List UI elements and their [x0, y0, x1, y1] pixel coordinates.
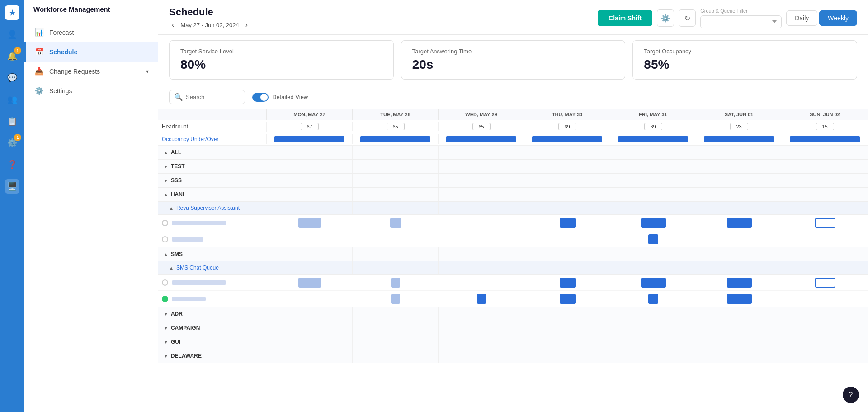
- notification-badge: 1: [14, 47, 21, 54]
- shift-cell-reva-1-mon: [267, 217, 353, 229]
- headcount-fri: 69: [610, 122, 696, 131]
- occupancy-bar-mon: [274, 136, 345, 142]
- help-button[interactable]: ?: [843, 387, 859, 403]
- subsection-sms-chat[interactable]: ▲ SMS Chat Queue: [158, 261, 868, 275]
- sidebar-item-label-settings: Settings: [49, 87, 72, 95]
- chevron-down-icon-campaign: ▼: [164, 326, 168, 331]
- headcount-sat-value: 23: [730, 123, 748, 130]
- agent-radio-reva-2[interactable]: [162, 236, 168, 242]
- agent-name-reva-2: [172, 237, 203, 242]
- search-box[interactable]: 🔍: [169, 90, 245, 104]
- toggle-switch[interactable]: [252, 93, 269, 102]
- occupancy-bar-sun: [790, 136, 860, 142]
- header-left: Schedule ‹ May 27 - Jun 02, 2024 ›: [169, 6, 250, 30]
- sidebar-item-forecast[interactable]: 📊 Forecast: [24, 23, 158, 42]
- search-icon: 🔍: [174, 93, 183, 101]
- headcount-row: Headcount 67 65 65 69 69 23 15: [158, 120, 868, 133]
- nav-icon-notifications[interactable]: 🔔 1: [5, 49, 19, 63]
- section-test[interactable]: ▼ TEST: [158, 160, 868, 174]
- filter-label: Group & Queue Filter: [700, 8, 782, 14]
- section-gui[interactable]: ▼ GUI: [158, 335, 868, 349]
- sidebar-item-label-forecast: Forecast: [49, 29, 74, 36]
- schedule-toolbar: 🔍 Detailed View: [158, 85, 868, 109]
- section-hani[interactable]: ▲ HANI: [158, 188, 868, 202]
- section-campaign[interactable]: ▼ CAMPAIGN: [158, 321, 868, 335]
- date-range: May 27 - Jun 02, 2024: [180, 22, 239, 28]
- shift-cell-reva-1-sun: [782, 217, 868, 229]
- sidebar-item-settings[interactable]: ⚙️ Settings: [24, 81, 158, 100]
- nav-icon-help[interactable]: ❓: [5, 157, 19, 172]
- agent-radio-sms-2[interactable]: [162, 296, 168, 302]
- shift-block: [560, 218, 576, 228]
- shift-block: [727, 218, 752, 228]
- prev-date-button[interactable]: ‹: [169, 20, 177, 30]
- nav-icon-settings[interactable]: ⚙️ 1: [5, 136, 19, 150]
- subsection-sms-chat-label: ▲ SMS Chat Queue: [158, 261, 267, 274]
- section-adr-label: ▼ ADR: [158, 307, 267, 321]
- section-all-label: ▲ ALL: [158, 146, 267, 159]
- kpi-occupancy: Target Occupancy 85%: [632, 40, 857, 80]
- occupancy-row: Occupancy Under/Over: [158, 133, 868, 146]
- section-adr[interactable]: ▼ ADR: [158, 307, 868, 321]
- section-sms[interactable]: ▲ SMS: [158, 247, 868, 261]
- kpi-service-level: Target Service Level 80%: [169, 40, 394, 80]
- nav-icon-monitor[interactable]: 🖥️: [5, 179, 19, 194]
- nav-icon-users[interactable]: 👥: [5, 92, 19, 107]
- main-header: Schedule ‹ May 27 - Jun 02, 2024 › Claim…: [158, 0, 868, 35]
- nav-icon-tasks[interactable]: 📋: [5, 114, 19, 128]
- section-delaware[interactable]: ▼ DELAWARE: [158, 349, 868, 363]
- nav-icon-profile[interactable]: 👤: [5, 27, 19, 42]
- change-requests-icon: 📥: [35, 67, 44, 76]
- occupancy-tue: [353, 134, 439, 144]
- occupancy-bar-tue: [360, 136, 431, 142]
- shift-cell-reva-1-thu: [524, 217, 610, 229]
- schedule-grid: MON, MAY 27 TUE, MAY 28 WED, MAY 29 THU,…: [158, 109, 868, 363]
- sidebar-item-schedule[interactable]: 📅 Schedule: [24, 42, 158, 62]
- settings-gear-button[interactable]: ⚙️: [657, 9, 674, 27]
- grid-header-sat: SAT, JUN 01: [696, 109, 782, 120]
- claim-shift-button[interactable]: Claim Shift: [598, 10, 652, 26]
- section-sss-label: ▼ SSS: [158, 174, 267, 187]
- occupancy-wed: [439, 134, 524, 144]
- weekly-view-button[interactable]: Weekly: [819, 10, 857, 26]
- section-hani-label: ▲ HANI: [158, 188, 267, 201]
- agent-row-sms-1: [158, 275, 868, 291]
- kpi-service-level-value: 80%: [180, 57, 206, 72]
- group-queue-filter[interactable]: [700, 15, 782, 28]
- kpi-occupancy-label: Target Occupancy: [644, 48, 691, 55]
- subsection-reva-text: Reva Supervisor Assistant: [176, 205, 240, 211]
- shift-block: [727, 294, 752, 304]
- schedule-area: 🔍 Detailed View MON, MAY 27 TUE, MAY 28 …: [158, 85, 868, 412]
- daily-view-button[interactable]: Daily: [786, 10, 817, 26]
- shift-block: [298, 278, 321, 288]
- agent-cell-reva-1: [158, 218, 267, 228]
- search-input[interactable]: [186, 94, 240, 100]
- chevron-down-icon-sss: ▼: [164, 178, 168, 183]
- headcount-wed-value: 65: [472, 123, 491, 130]
- grid-header-tue: TUE, MAY 28: [353, 109, 439, 120]
- nav-icon-chat[interactable]: 💬: [5, 71, 19, 85]
- detailed-view-toggle[interactable]: Detailed View: [252, 93, 308, 102]
- next-date-button[interactable]: ›: [243, 20, 250, 30]
- shift-cell-reva-1-wed: [439, 222, 524, 224]
- shift-cell-reva-1-fri: [610, 217, 696, 229]
- section-sss[interactable]: ▼ SSS: [158, 174, 868, 188]
- section-all[interactable]: ▲ ALL: [158, 146, 868, 160]
- schedule-icon: 📅: [35, 47, 44, 56]
- chevron-down-icon-delaware: ▼: [164, 354, 168, 359]
- kpi-answering-time: Target Answering Time 20s: [401, 40, 626, 80]
- section-delaware-label: ▼ DELAWARE: [158, 349, 267, 363]
- section-sms-label: ▲ SMS: [158, 247, 267, 261]
- subsection-reva[interactable]: ▲ Reva Supervisor Assistant: [158, 202, 868, 215]
- app-logo[interactable]: ★: [5, 5, 19, 20]
- sidebar-menu: 📊 Forecast 📅 Schedule 📥 Change Requests …: [24, 19, 158, 104]
- sidebar-item-change-requests[interactable]: 📥 Change Requests ▾: [24, 62, 158, 81]
- shift-block: [648, 294, 658, 304]
- agent-radio-reva-1[interactable]: [162, 220, 168, 226]
- shift-block: [298, 218, 321, 228]
- shift-cell-reva-1-tue: [353, 217, 439, 229]
- refresh-button[interactable]: ↻: [679, 9, 696, 27]
- agent-radio-sms-1[interactable]: [162, 279, 168, 286]
- grid-header-name: [158, 109, 267, 120]
- section-campaign-text: CAMPAIGN: [171, 325, 200, 331]
